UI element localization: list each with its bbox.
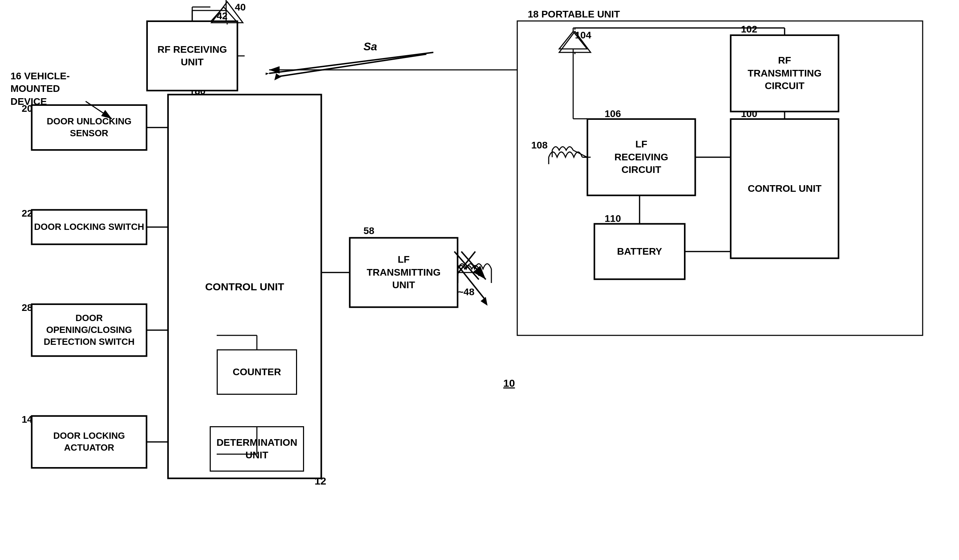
determination-unit-box: DETERMINATIONUNIT xyxy=(210,426,304,472)
ref106: 106 xyxy=(605,108,621,119)
counter-box: COUNTER xyxy=(217,349,297,395)
ref102: 102 xyxy=(741,24,757,35)
ref110: 110 xyxy=(605,213,621,224)
control-unit-portable-box: CONTROL UNIT xyxy=(730,119,839,259)
svg-line-64 xyxy=(454,251,479,280)
control-unit-box: CONTROL UNIT xyxy=(168,94,322,479)
ref58: 58 xyxy=(363,225,374,237)
door-locking-switch-box: DOOR LOCKING SWITCH xyxy=(32,210,147,245)
svg-line-62 xyxy=(269,52,433,73)
portable-unit-label: 18 PORTABLE UNIT xyxy=(528,9,620,20)
rf-receiving-unit-box: RF RECEIVING UNIT xyxy=(147,21,237,91)
door-unlocking-sensor-box: DOOR UNLOCKINGSENSOR xyxy=(32,105,147,150)
battery-box: BATTERY xyxy=(594,224,685,280)
door-locking-actuator-box: DOOR LOCKINGACTUATOR xyxy=(32,416,147,468)
svg-line-65 xyxy=(461,251,486,280)
svg-marker-55 xyxy=(559,32,591,52)
svg-rect-0 xyxy=(517,21,922,336)
door-opening-switch-box: DOOR OPENING/CLOSINGDETECTION SWITCH xyxy=(32,304,147,356)
lf-receiving-circuit-box: LFRECEIVINGCIRCUIT xyxy=(587,119,696,196)
ref10: 10 xyxy=(503,377,515,389)
svg-marker-53 xyxy=(212,2,243,23)
vehicle-mounted-label: 16 VEHICLE-MOUNTEDDEVICE xyxy=(11,70,70,108)
rf-transmitting-circuit-box: RFTRANSMITTINGCIRCUIT xyxy=(730,35,839,112)
